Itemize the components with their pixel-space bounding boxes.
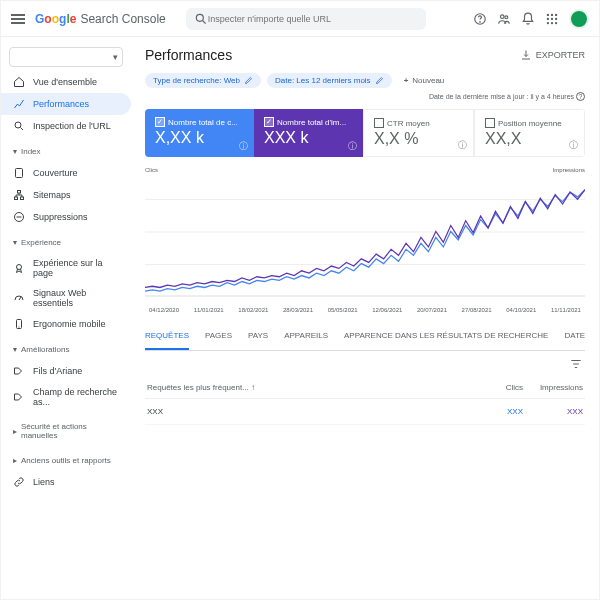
sidebar-header-index[interactable]: ▾Index	[1, 141, 131, 162]
sidebar-item-links[interactable]: Liens	[1, 471, 131, 493]
svg-point-8	[547, 17, 549, 19]
people-icon[interactable]	[497, 12, 511, 26]
search-icon	[194, 12, 208, 26]
metric-impressions[interactable]: ✓Nombre total d'im...XXX kⓘ	[254, 109, 363, 157]
sidebar-item-mobile[interactable]: Ergonomie mobile	[1, 313, 131, 335]
bell-icon[interactable]	[521, 12, 535, 26]
metric-position[interactable]: Position moyenneXX,Xⓘ	[474, 109, 585, 157]
table-header: Requêtes les plus fréquent... ↑ ClicsImp…	[145, 377, 585, 399]
sidebar-item-breadcrumb[interactable]: Fils d'Ariane	[1, 360, 131, 382]
avatar[interactable]	[569, 9, 589, 29]
info-icon[interactable]: ?	[576, 92, 585, 101]
doc-icon	[13, 167, 25, 179]
sidebar-item-pageexp[interactable]: Expérience sur la page	[1, 253, 131, 283]
download-icon	[520, 49, 532, 61]
export-button[interactable]: EXPORTER	[520, 49, 585, 61]
info-icon[interactable]: ⓘ	[458, 139, 467, 152]
svg-point-7	[555, 13, 557, 15]
help-icon[interactable]	[473, 12, 487, 26]
info-icon[interactable]: ⓘ	[569, 139, 578, 152]
search-input[interactable]	[208, 14, 418, 24]
phone-icon	[13, 318, 25, 330]
property-selector[interactable]: ▾	[9, 47, 123, 67]
sidebar-header-enhancements[interactable]: ▾Améliorations	[1, 339, 131, 360]
info-icon[interactable]: ⓘ	[239, 140, 248, 153]
table-row[interactable]: XXXXXXXXX	[145, 399, 585, 425]
svg-point-14	[15, 122, 21, 128]
svg-point-6	[551, 13, 553, 15]
svg-point-3	[501, 14, 505, 17]
url-search[interactable]	[186, 8, 426, 30]
sidebar-item-sitemaps[interactable]: Sitemaps	[1, 184, 131, 206]
svg-point-12	[551, 21, 553, 23]
sidebar-item-searchfield[interactable]: Champ de recherche as...	[1, 382, 131, 412]
svg-point-20	[17, 265, 22, 270]
metric-clicks[interactable]: ✓Nombre total de c...X,XX kⓘ	[145, 109, 254, 157]
add-filter[interactable]: +Nouveau	[398, 73, 451, 88]
tag-icon	[13, 365, 25, 377]
sidebar-header-legacy[interactable]: ▸Anciens outils et rapports	[1, 450, 131, 471]
chart-x-labels: 04/12/202011/01/202118/02/202128/03/2021…	[145, 307, 585, 313]
chart-icon	[13, 98, 25, 110]
rosette-icon	[13, 262, 25, 274]
tab-appearance[interactable]: APPARENCE DANS LES RÉSULTATS DE RECHERCH…	[344, 323, 548, 350]
svg-rect-17	[15, 197, 18, 200]
metric-ctr[interactable]: CTR moyenX,X %ⓘ	[363, 109, 474, 157]
pencil-icon	[244, 76, 253, 85]
home-icon	[13, 76, 25, 88]
pencil-icon	[375, 76, 384, 85]
sort-icon[interactable]: ↑	[251, 383, 255, 392]
svg-point-5	[547, 13, 549, 15]
tab-countries[interactable]: PAYS	[248, 323, 268, 350]
apps-icon[interactable]	[545, 12, 559, 26]
filter-icon[interactable]	[569, 357, 583, 371]
sidebar-item-removals[interactable]: Suppressions	[1, 206, 131, 228]
filter-date[interactable]: Date: Les 12 derniers mois	[267, 73, 392, 88]
svg-rect-18	[21, 197, 24, 200]
sidebar-item-performance[interactable]: Performances	[1, 93, 131, 115]
link-icon	[13, 476, 25, 488]
svg-rect-16	[18, 191, 21, 194]
tab-pages[interactable]: PAGES	[205, 323, 232, 350]
minus-icon	[13, 211, 25, 223]
search-icon	[13, 120, 25, 132]
sitemap-icon	[13, 189, 25, 201]
page-title: Performances	[145, 47, 232, 63]
sidebar-header-security[interactable]: ▸Sécurité et actions manuelles	[1, 416, 131, 446]
svg-point-11	[547, 21, 549, 23]
svg-point-4	[505, 15, 508, 18]
sidebar-item-cwv[interactable]: Signaux Web essentiels	[1, 283, 131, 313]
tab-dates[interactable]: DATES	[564, 323, 585, 350]
svg-point-2	[480, 21, 481, 22]
tab-devices[interactable]: APPAREILS	[284, 323, 328, 350]
tab-queries[interactable]: REQUÊTES	[145, 323, 189, 350]
svg-point-9	[551, 17, 553, 19]
sidebar: ▾ Vue d'ensemble Performances Inspection…	[1, 37, 131, 599]
last-updated: Date de la dernière mise à jour : il y a…	[145, 92, 585, 101]
sidebar-header-experience[interactable]: ▾Expérience	[1, 232, 131, 253]
speed-icon	[13, 292, 25, 304]
menu-icon[interactable]	[11, 12, 25, 26]
svg-point-13	[555, 21, 557, 23]
svg-point-10	[555, 17, 557, 19]
tag-icon	[13, 391, 25, 403]
svg-point-0	[196, 14, 203, 21]
sidebar-item-overview[interactable]: Vue d'ensemble	[1, 71, 131, 93]
logo: Google Search Console	[35, 12, 166, 26]
sidebar-item-coverage[interactable]: Couverture	[1, 162, 131, 184]
performance-chart: Clics Impressions	[145, 167, 585, 297]
sidebar-item-inspect[interactable]: Inspection de l'URL	[1, 115, 131, 137]
filter-search-type[interactable]: Type de recherche: Web	[145, 73, 261, 88]
info-icon[interactable]: ⓘ	[348, 140, 357, 153]
svg-rect-15	[16, 169, 23, 178]
